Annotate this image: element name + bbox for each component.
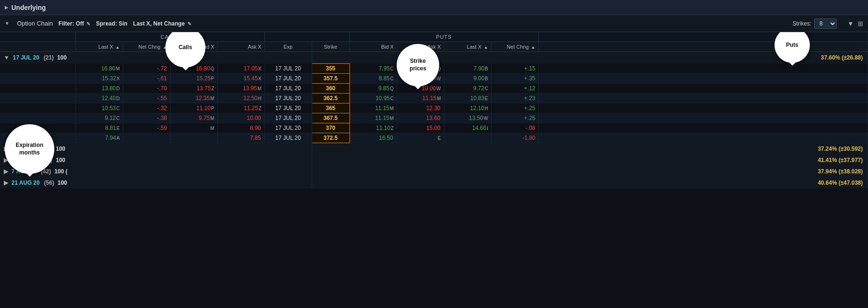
cell-tail	[538, 74, 868, 84]
cell-call-lastx: 10.53C	[76, 103, 123, 113]
sort-arrow-call-netchng[interactable]: ▲	[163, 45, 167, 50]
cell-strike: 365	[312, 103, 349, 113]
col-headers-row: Last X ▲ Net Chng ▲ Bid X Ask X Exp Stri	[0, 42, 868, 52]
sort-arrow-put-lastx[interactable]: ▲	[484, 45, 488, 50]
table-row[interactable]: 16.80M -.72 16.80Q 17.05X 17 JUL 20 355 …	[0, 64, 868, 74]
cell-exp: 17 JUL 20	[264, 123, 312, 133]
sort-arrow-call-lastx[interactable]: ▲	[116, 45, 120, 50]
table-row[interactable]: 13.80D -.70 13.75Z 13.95M 17 JUL 20 360 …	[0, 84, 868, 94]
cell-call-bidx: 15.25P	[170, 74, 217, 84]
cell-empty	[0, 94, 76, 103]
exp-group-row[interactable]: ▼ 17 JUL 20 (21) 100 37.60% (±26.88)	[0, 52, 868, 64]
cell-call-lastx: 16.80M	[76, 64, 123, 74]
cell-put-netchng: +.35	[491, 74, 538, 84]
cell-empty	[0, 113, 76, 123]
col-call-bidx: Bid X	[170, 42, 217, 52]
cell-exp: 17 JUL 20	[264, 64, 312, 74]
table-row[interactable]: 9.12C -.38 9.75M 10.00 17 JUL 20 367.5 1…	[0, 113, 868, 123]
cell-put-bidx: 16.50	[349, 133, 397, 143]
cell-put-askx: 10.00W	[397, 84, 444, 94]
table-row[interactable]: 7.94A 7.85 17 JUL 20 372.5 16.50 E	[0, 133, 868, 143]
cell-call-askx: 13.95M	[217, 84, 264, 94]
cell-call-lastx: 13.80D	[76, 84, 123, 94]
cell-put-lastx	[444, 133, 491, 143]
cell-put-bidx: 11.15M	[349, 103, 397, 113]
cell-put-askx: 9.00W	[397, 74, 444, 84]
cell-strike: 360	[312, 84, 349, 94]
cell-put-netchng: +.12	[491, 84, 538, 94]
strikes-label: Strikes:	[792, 20, 811, 27]
exp-group-label: 24 JUL 20	[11, 145, 38, 152]
underlying-arrow[interactable]: ▶	[5, 5, 9, 10]
cell-call-bidx: 11.10P	[170, 103, 217, 113]
cell-put-netchng: +.25	[491, 113, 538, 123]
cell-strike: 355	[312, 64, 349, 74]
exp-group-arrow[interactable]: ▶	[4, 145, 8, 152]
exp-group-pct: 41.41% (±37.977)	[818, 157, 863, 163]
cell-call-lastx: 12.40D	[76, 94, 123, 103]
cell-put-lastx: 9.00B	[444, 74, 491, 84]
option-chain-arrow[interactable]: ▼	[5, 21, 9, 26]
table-row[interactable]: 10.53C -.32 11.10P 11.25Z 17 JUL 20 365 …	[0, 103, 868, 113]
exp-group-count: 100 (	[54, 168, 67, 175]
exp-group-arrow[interactable]: ▶	[4, 180, 8, 186]
cell-put-askx: 13.60	[397, 113, 444, 123]
filter-item: Filter: Off ✎	[59, 20, 90, 27]
exp-group-arrow[interactable]: ▶	[4, 168, 8, 175]
sort-arrow-put-netchng[interactable]: ▲	[531, 45, 536, 50]
strikes-select[interactable]: 8 10 12	[814, 18, 837, 29]
exp-group-row[interactable]: ▶ 24 JUL 20 (28) 100 37.24% (±30.592)	[0, 143, 868, 155]
cell-tail	[538, 84, 868, 94]
cell-call-askx: 7.85	[217, 133, 264, 143]
col-put-netchng: Net Chng ▲	[491, 42, 538, 52]
cell-put-lastx: 9.72C	[444, 84, 491, 94]
filter-edit-icon[interactable]: ✎	[86, 21, 90, 26]
cell-put-lastx: 12.10H	[444, 103, 491, 113]
cell-put-lastx: 10.83E	[444, 94, 491, 103]
cell-call-netchng: -.59	[123, 123, 170, 133]
cell-call-bidx: 9.75M	[170, 113, 217, 123]
layout-edit-icon[interactable]: ✎	[187, 21, 191, 26]
cell-call-askx: 10.00	[217, 113, 264, 123]
cell-call-bidx	[170, 133, 217, 143]
cell-call-netchng: -.70	[123, 84, 170, 94]
exp-group-row[interactable]: ▶ 7 AUG 20 (42) 100 ( 37.94% (±38.028)	[0, 166, 868, 177]
cell-empty	[0, 123, 76, 133]
cell-call-netchng: -.61	[123, 74, 170, 84]
cell-put-netchng: +.25	[491, 103, 538, 113]
option-chain-bar: ▼ Option Chain Filter: Off ✎ Spread: Sin…	[0, 15, 868, 32]
exp-group-days: (56)	[44, 180, 54, 186]
spread-label: Spread:	[96, 20, 117, 27]
cell-put-bidx: 11.15M	[349, 113, 397, 123]
option-chain-table: CALLS PUTS Last X ▲ Net Chng ▲ Bid X	[0, 32, 868, 188]
exp-group-row[interactable]: ▶ 31 JUL 20 (35) 100 41.41% (±37.977)	[0, 154, 868, 166]
table-row[interactable]: 15.32X -.61 15.25P 15.45X 17 JUL 20 357.…	[0, 74, 868, 84]
exp-group-row[interactable]: ▶ 21 AUG 20 (56) 100 40.64% (±47.038)	[0, 177, 868, 188]
table-row[interactable]: 8.81E -.59 M 8.90 17 JUL 20 370 11.10Z 1…	[0, 123, 868, 133]
right-icons: ▼ ⊞	[847, 20, 863, 27]
cell-put-lastx: 14.66I	[444, 123, 491, 133]
col-empty	[0, 42, 76, 52]
filter-label: Filter:	[59, 20, 74, 27]
cell-call-bidx: 13.75Z	[170, 84, 217, 94]
cell-put-bidx: 11.10Z	[349, 123, 397, 133]
col-strike: Strike	[312, 42, 349, 52]
cell-call-lastx: 9.12C	[76, 113, 123, 123]
expand-icon[interactable]: ⊞	[858, 20, 863, 27]
exp-group-days: (35)	[43, 157, 52, 163]
filter-icon[interactable]: ▼	[847, 20, 854, 27]
cell-tail	[538, 113, 868, 123]
cell-call-bidx: M	[170, 123, 217, 133]
cell-put-netchng: -1.80	[491, 133, 538, 143]
cell-exp: 17 JUL 20	[264, 113, 312, 123]
table-row[interactable]: 12.40D -.55 12.35M 12.50H 17 JUL 20 362.…	[0, 94, 868, 103]
exp-group-pct: 37.60% (±26.88)	[821, 54, 863, 61]
cell-tail	[538, 94, 868, 103]
puts-header: PUTS	[349, 32, 538, 42]
cell-call-bidx: 12.35M	[170, 94, 217, 103]
exp-group-arrow[interactable]: ▼	[4, 54, 9, 61]
layout-item: Last X, Net Change ✎	[133, 20, 191, 27]
strikes-section: Strikes: 8 10 12	[792, 18, 837, 29]
col-put-lastx: Last X ▲	[444, 42, 491, 52]
exp-group-arrow[interactable]: ▶	[4, 157, 8, 163]
